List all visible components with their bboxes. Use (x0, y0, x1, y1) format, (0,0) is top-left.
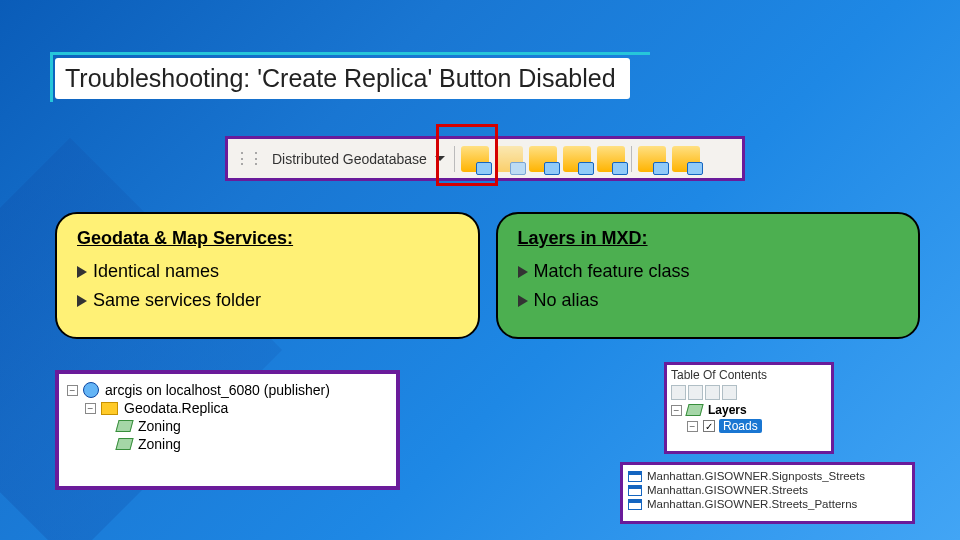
toc-view-icon[interactable] (671, 385, 686, 400)
tree-service-row[interactable]: Zoning (67, 418, 388, 434)
toc-title: Table Of Contents (671, 368, 827, 382)
bullet-icon (518, 295, 528, 307)
highlight-box (436, 124, 498, 186)
layers-icon (685, 404, 703, 416)
separator (631, 146, 632, 172)
feature-class-row[interactable]: Manhattan.GISOWNER.Streets (628, 484, 907, 496)
drag-handle-icon: ⋮⋮ (234, 149, 262, 168)
selected-layer[interactable]: Roads (719, 419, 762, 433)
geodata-services-card: Geodata & Map Services: Identical names … (55, 212, 480, 339)
collapse-icon[interactable]: − (671, 405, 682, 416)
toolbar-icon-7[interactable] (672, 146, 700, 172)
tree-service-row[interactable]: Zoning (67, 436, 388, 452)
info-cards: Geodata & Map Services: Identical names … (55, 212, 920, 339)
toc-view-icon[interactable] (688, 385, 703, 400)
service-icon (115, 438, 133, 450)
layers-mxd-card: Layers in MXD: Match feature class No al… (496, 212, 921, 339)
bullet-list: Identical names Same services folder (77, 261, 458, 311)
checkbox-icon[interactable]: ✓ (703, 420, 715, 432)
toc-view-icon[interactable] (722, 385, 737, 400)
tree-folder-row[interactable]: − Geodata.Replica (67, 400, 388, 416)
service-icon (115, 420, 133, 432)
toc-layer-row[interactable]: − ✓ Roads (671, 419, 827, 433)
bullet-list: Match feature class No alias (518, 261, 899, 311)
toolbar-icon-6[interactable] (638, 146, 666, 172)
table-of-contents-panel: Table Of Contents − Layers − ✓ Roads (664, 362, 834, 454)
feature-class-row[interactable]: Manhattan.GISOWNER.Signposts_Streets (628, 470, 907, 482)
toolbar-icon-5[interactable] (597, 146, 625, 172)
bullet-item: Identical names (77, 261, 458, 282)
bullet-icon (77, 266, 87, 278)
toolbar-icon-4[interactable] (563, 146, 591, 172)
feature-class-panel: Manhattan.GISOWNER.Signposts_Streets Man… (620, 462, 915, 524)
toolbar-icon-2[interactable] (495, 146, 523, 172)
bullet-icon (518, 266, 528, 278)
collapse-icon[interactable]: − (85, 403, 96, 414)
bullet-item: Same services folder (77, 290, 458, 311)
table-icon (628, 485, 642, 496)
tree-server-row[interactable]: − arcgis on localhost_6080 (publisher) (67, 382, 388, 398)
collapse-icon[interactable]: − (687, 421, 698, 432)
bullet-item: Match feature class (518, 261, 899, 282)
collapse-icon[interactable]: − (67, 385, 78, 396)
table-icon (628, 471, 642, 482)
bullet-item: No alias (518, 290, 899, 311)
card-heading: Layers in MXD: (518, 228, 899, 249)
toc-group-row[interactable]: − Layers (671, 403, 827, 417)
slide-title: Troubleshooting: 'Create Replica' Button… (55, 58, 630, 99)
server-icon (83, 382, 99, 398)
folder-icon (101, 402, 118, 415)
toolbar-label: Distributed Geodatabase (262, 151, 435, 167)
toolbar-icon-3[interactable] (529, 146, 557, 172)
table-icon (628, 499, 642, 510)
card-heading: Geodata & Map Services: (77, 228, 458, 249)
toc-view-icons (671, 385, 827, 400)
toc-view-icon[interactable] (705, 385, 720, 400)
bullet-icon (77, 295, 87, 307)
feature-class-row[interactable]: Manhattan.GISOWNER.Streets_Patterns (628, 498, 907, 510)
catalog-tree-panel: − arcgis on localhost_6080 (publisher) −… (55, 370, 400, 490)
